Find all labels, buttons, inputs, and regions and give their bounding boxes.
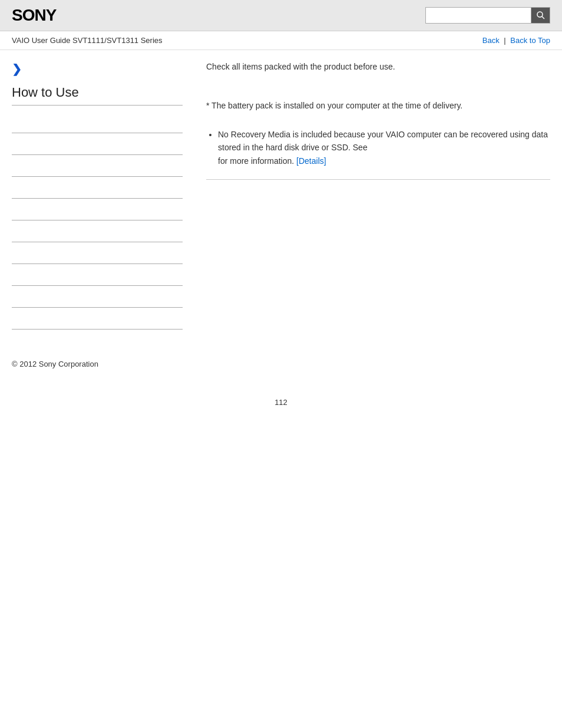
- sidebar-link[interactable]: [12, 205, 14, 214]
- main-content: ❯ How to Use Check all items packed with…: [0, 50, 562, 341]
- sidebar-link[interactable]: [12, 183, 14, 192]
- list-item: [12, 286, 183, 308]
- recovery-text2: for more information.: [218, 156, 294, 166]
- list-item: [12, 264, 183, 286]
- header: SONY: [0, 0, 562, 31]
- sidebar-link[interactable]: [12, 227, 14, 236]
- back-to-top-link[interactable]: Back to Top: [510, 36, 550, 45]
- sidebar-title: How to Use: [12, 85, 183, 106]
- list-item: [12, 133, 183, 155]
- list-item: [12, 199, 183, 220]
- list-item: [12, 111, 183, 133]
- sidebar-link[interactable]: [12, 314, 14, 323]
- content-area: Check all items packed with the product …: [194, 62, 550, 330]
- chevron-icon: ❯: [12, 62, 183, 76]
- list-item: [12, 177, 183, 199]
- sidebar-link[interactable]: [12, 118, 14, 127]
- recovery-note: No Recovery Media is included because yo…: [206, 128, 550, 180]
- list-item: [12, 220, 183, 242]
- page-number: 112: [0, 398, 562, 419]
- page-subtitle: VAIO User Guide SVT1111/SVT1311 Series: [12, 36, 163, 45]
- svg-point-0: [537, 12, 543, 17]
- breadcrumb-separator: |: [504, 36, 508, 45]
- search-input[interactable]: [425, 7, 531, 24]
- sidebar-link[interactable]: [12, 140, 14, 149]
- sidebar-link[interactable]: [12, 292, 14, 301]
- svg-line-1: [542, 17, 544, 19]
- search-area: [425, 7, 550, 24]
- list-item: [12, 308, 183, 330]
- details-link[interactable]: [Details]: [296, 156, 326, 166]
- list-item: [12, 155, 183, 177]
- sidebar-link[interactable]: [12, 249, 14, 258]
- breadcrumb-bar: VAIO User Guide SVT1111/SVT1311 Series B…: [0, 31, 562, 50]
- sidebar-links: [12, 111, 183, 330]
- content-intro: Check all items packed with the product …: [206, 62, 550, 83]
- sidebar-link[interactable]: [12, 271, 14, 279]
- battery-note: * The battery pack is installed on your …: [206, 101, 550, 110]
- sidebar-link[interactable]: [12, 162, 14, 170]
- search-icon: [536, 11, 546, 20]
- sony-logo: SONY: [12, 6, 56, 25]
- recovery-list-item: No Recovery Media is included because yo…: [218, 128, 550, 167]
- breadcrumb-nav: Back | Back to Top: [482, 36, 550, 45]
- sidebar: ❯ How to Use: [12, 62, 194, 330]
- recovery-text: No Recovery Media is included because yo…: [218, 130, 548, 152]
- back-link[interactable]: Back: [482, 36, 500, 45]
- copyright-text: © 2012 Sony Corporation: [12, 360, 98, 368]
- list-item: [12, 242, 183, 264]
- search-button[interactable]: [531, 7, 550, 24]
- footer: © 2012 Sony Corporation: [0, 353, 562, 374]
